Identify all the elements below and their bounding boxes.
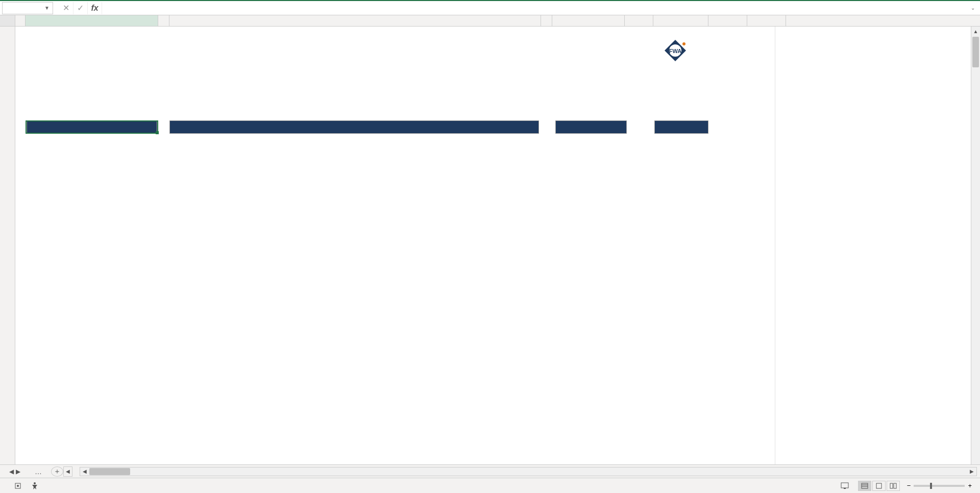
tab-scroll-left[interactable]: ◀ [63,466,72,477]
svg-point-6 [34,482,36,484]
add-sheet-button[interactable]: ＋ [51,466,63,477]
name-box[interactable]: ▼ [2,2,53,14]
col-header-D[interactable] [169,15,541,26]
status-bar: − + [0,478,980,493]
header-list-of-sheets [27,120,157,134]
svg-rect-9 [862,483,868,488]
column-headers [0,15,980,27]
horizontal-scrollbar[interactable]: ◀ ▶ [80,467,977,476]
col-header-G[interactable] [625,15,653,26]
header-whats-this [169,120,539,134]
logo: FWA [664,39,691,62]
formula-expand-icon[interactable]: ⌄ [968,5,978,11]
hscroll-thumb[interactable] [89,468,130,475]
col-header-B[interactable] [26,15,158,26]
logo-badge-icon: FWA [664,39,687,62]
row-headers [0,27,15,476]
view-page-break-button[interactable] [887,481,900,491]
tabs-more-icon[interactable]: … [30,467,47,476]
zoom-control[interactable]: − + [907,482,975,489]
formula-input[interactable] [102,2,968,14]
svg-rect-7 [841,483,848,488]
header-sheet-type [654,120,708,134]
zoom-out-icon[interactable]: − [907,482,911,489]
svg-rect-13 [890,483,893,488]
macro-record-icon[interactable] [14,482,21,489]
formula-bar: ▼ ✕ ✓ fx ⌄ [0,0,980,15]
sheet-tabs-area: ◀ ▶ … ＋ ◀ ◀ ▶ [0,464,980,478]
hscroll-right-icon[interactable]: ▶ [967,467,976,476]
view-normal-button[interactable] [858,481,871,491]
scroll-thumb[interactable] [972,37,979,67]
cancel-icon[interactable]: ✕ [59,2,74,14]
select-all-corner[interactable] [0,15,15,26]
svg-rect-12 [876,483,881,488]
svg-rect-14 [894,483,896,488]
view-page-layout-button[interactable] [872,481,886,491]
col-header-H[interactable] [653,15,708,26]
col-header-I[interactable] [708,15,747,26]
header-fast-link [555,120,627,134]
spreadsheet-grid[interactable]: FWA [15,27,971,476]
col-header-A[interactable] [15,15,26,26]
svg-rect-8 [844,488,846,489]
col-header-E[interactable] [541,15,552,26]
col-header-F[interactable] [552,15,625,26]
col-header-J[interactable] [747,15,786,26]
chevron-down-icon[interactable]: ▼ [44,5,50,11]
svg-point-5 [17,485,19,487]
enter-icon[interactable]: ✓ [74,2,88,14]
vertical-scrollbar[interactable]: ▲ ▼ [971,27,980,476]
hscroll-left-icon[interactable]: ◀ [80,467,89,476]
svg-point-3 [682,42,685,45]
svg-text:FWA: FWA [669,48,681,54]
scroll-up-icon[interactable]: ▲ [971,27,980,36]
display-settings-button[interactable] [841,482,851,489]
fx-icon[interactable]: fx [88,2,102,14]
col-header-C[interactable] [158,15,169,26]
zoom-slider[interactable] [914,485,965,487]
zoom-in-icon[interactable]: + [968,482,972,489]
accessibility-status[interactable] [31,482,41,490]
tab-nav-buttons[interactable]: ◀ ▶ [0,468,30,475]
